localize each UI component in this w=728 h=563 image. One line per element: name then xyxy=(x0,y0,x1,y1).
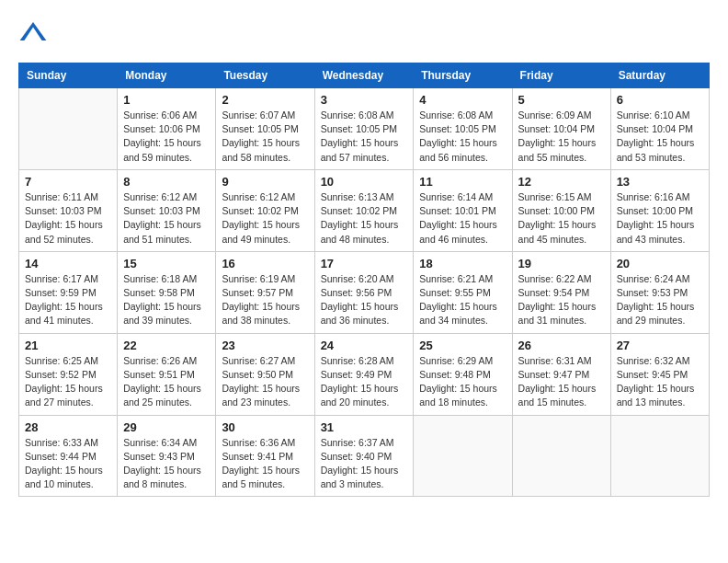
day-info: Sunrise: 6:06 AMSunset: 10:06 PMDaylight… xyxy=(123,109,210,165)
calendar-cell: 11Sunrise: 6:14 AMSunset: 10:01 PMDaylig… xyxy=(414,169,512,251)
calendar-header-wednesday: Wednesday xyxy=(314,63,414,88)
calendar-week-row-2: 7Sunrise: 6:11 AMSunset: 10:03 PMDayligh… xyxy=(19,169,710,251)
day-info: Sunrise: 6:24 AMSunset: 9:53 PMDaylight:… xyxy=(617,272,703,328)
day-number: 4 xyxy=(419,93,506,107)
day-number: 27 xyxy=(617,339,703,352)
calendar-header-row: SundayMondayTuesdayWednesdayThursdayFrid… xyxy=(19,63,710,88)
day-number: 30 xyxy=(222,420,308,434)
day-number: 10 xyxy=(321,175,408,189)
calendar-cell: 10Sunrise: 6:13 AMSunset: 10:02 PMDaylig… xyxy=(314,169,414,251)
calendar-cell: 3Sunrise: 6:08 AMSunset: 10:05 PMDayligh… xyxy=(314,88,414,170)
day-number: 19 xyxy=(518,257,605,270)
day-info: Sunrise: 6:12 AMSunset: 10:03 PMDaylight… xyxy=(123,190,210,247)
day-number: 6 xyxy=(617,93,703,107)
calendar-cell: 13Sunrise: 6:16 AMSunset: 10:00 PMDaylig… xyxy=(610,169,709,251)
calendar-cell xyxy=(512,415,610,497)
day-info: Sunrise: 6:16 AMSunset: 10:00 PMDaylight… xyxy=(617,190,703,247)
calendar-week-row-5: 28Sunrise: 6:33 AMSunset: 9:44 PMDayligh… xyxy=(19,415,710,497)
calendar-cell: 8Sunrise: 6:12 AMSunset: 10:03 PMDayligh… xyxy=(118,169,216,251)
calendar-cell: 15Sunrise: 6:18 AMSunset: 9:58 PMDayligh… xyxy=(118,251,216,333)
calendar-cell: 12Sunrise: 6:15 AMSunset: 10:00 PMDaylig… xyxy=(512,169,610,251)
calendar-cell: 1Sunrise: 6:06 AMSunset: 10:06 PMDayligh… xyxy=(118,88,216,170)
day-info: Sunrise: 6:20 AMSunset: 9:56 PMDaylight:… xyxy=(321,272,408,328)
day-number: 5 xyxy=(518,93,605,107)
calendar-cell: 4Sunrise: 6:08 AMSunset: 10:05 PMDayligh… xyxy=(414,88,512,170)
day-number: 11 xyxy=(419,175,506,189)
day-info: Sunrise: 6:34 AMSunset: 9:43 PMDaylight:… xyxy=(123,436,210,492)
calendar-table: SundayMondayTuesdayWednesdayThursdayFrid… xyxy=(18,63,710,497)
calendar-cell: 7Sunrise: 6:11 AMSunset: 10:03 PMDayligh… xyxy=(19,169,118,251)
calendar-header-tuesday: Tuesday xyxy=(216,63,314,88)
calendar-week-row-4: 21Sunrise: 6:25 AMSunset: 9:52 PMDayligh… xyxy=(19,333,710,415)
calendar-cell xyxy=(414,415,512,497)
calendar-cell: 17Sunrise: 6:20 AMSunset: 9:56 PMDayligh… xyxy=(314,251,414,333)
day-info: Sunrise: 6:31 AMSunset: 9:47 PMDaylight:… xyxy=(518,354,605,410)
day-number: 7 xyxy=(25,175,111,189)
day-number: 25 xyxy=(419,339,506,352)
day-info: Sunrise: 6:17 AMSunset: 9:59 PMDaylight:… xyxy=(25,272,111,328)
day-number: 12 xyxy=(518,175,605,189)
calendar-cell: 31Sunrise: 6:37 AMSunset: 9:40 PMDayligh… xyxy=(314,415,414,497)
calendar-cell: 22Sunrise: 6:26 AMSunset: 9:51 PMDayligh… xyxy=(118,333,216,415)
calendar-header-friday: Friday xyxy=(512,63,610,88)
day-info: Sunrise: 6:32 AMSunset: 9:45 PMDaylight:… xyxy=(617,354,703,410)
calendar-week-row-3: 14Sunrise: 6:17 AMSunset: 9:59 PMDayligh… xyxy=(19,251,710,333)
day-number: 17 xyxy=(321,257,408,270)
day-number: 29 xyxy=(123,420,210,434)
calendar-cell: 19Sunrise: 6:22 AMSunset: 9:54 PMDayligh… xyxy=(512,251,610,333)
day-info: Sunrise: 6:14 AMSunset: 10:01 PMDaylight… xyxy=(419,190,506,247)
calendar-cell xyxy=(19,88,118,170)
day-number: 8 xyxy=(123,175,210,189)
calendar-header-monday: Monday xyxy=(118,63,216,88)
day-number: 23 xyxy=(222,339,308,352)
day-number: 21 xyxy=(25,339,111,352)
calendar-header-sunday: Sunday xyxy=(19,63,118,88)
day-number: 2 xyxy=(222,93,308,107)
day-info: Sunrise: 6:09 AMSunset: 10:04 PMDaylight… xyxy=(518,109,605,165)
day-info: Sunrise: 6:08 AMSunset: 10:05 PMDaylight… xyxy=(419,109,506,165)
calendar-cell: 25Sunrise: 6:29 AMSunset: 9:48 PMDayligh… xyxy=(414,333,512,415)
day-number: 26 xyxy=(518,339,605,352)
day-number: 22 xyxy=(123,339,210,352)
day-number: 3 xyxy=(321,93,408,107)
day-info: Sunrise: 6:36 AMSunset: 9:41 PMDaylight:… xyxy=(222,436,308,492)
day-number: 14 xyxy=(25,257,111,270)
day-info: Sunrise: 6:21 AMSunset: 9:55 PMDaylight:… xyxy=(419,272,506,328)
day-info: Sunrise: 6:10 AMSunset: 10:04 PMDaylight… xyxy=(617,109,703,165)
day-number: 18 xyxy=(419,257,506,270)
day-info: Sunrise: 6:33 AMSunset: 9:44 PMDaylight:… xyxy=(25,436,111,492)
calendar-cell: 9Sunrise: 6:12 AMSunset: 10:02 PMDayligh… xyxy=(216,169,314,251)
calendar-week-row-1: 1Sunrise: 6:06 AMSunset: 10:06 PMDayligh… xyxy=(19,88,710,170)
calendar-cell: 27Sunrise: 6:32 AMSunset: 9:45 PMDayligh… xyxy=(610,333,709,415)
day-info: Sunrise: 6:11 AMSunset: 10:03 PMDaylight… xyxy=(25,190,111,247)
calendar-cell: 28Sunrise: 6:33 AMSunset: 9:44 PMDayligh… xyxy=(19,415,118,497)
calendar-cell: 29Sunrise: 6:34 AMSunset: 9:43 PMDayligh… xyxy=(118,415,216,497)
calendar-cell: 2Sunrise: 6:07 AMSunset: 10:05 PMDayligh… xyxy=(216,88,314,170)
calendar-header-saturday: Saturday xyxy=(610,63,709,88)
calendar-cell xyxy=(610,415,709,497)
day-number: 31 xyxy=(321,420,408,434)
calendar-cell: 6Sunrise: 6:10 AMSunset: 10:04 PMDayligh… xyxy=(610,88,709,170)
day-info: Sunrise: 6:25 AMSunset: 9:52 PMDaylight:… xyxy=(25,354,111,410)
day-number: 15 xyxy=(123,257,210,270)
calendar-cell: 30Sunrise: 6:36 AMSunset: 9:41 PMDayligh… xyxy=(216,415,314,497)
day-info: Sunrise: 6:15 AMSunset: 10:00 PMDaylight… xyxy=(518,190,605,247)
day-number: 20 xyxy=(617,257,703,270)
calendar-cell: 24Sunrise: 6:28 AMSunset: 9:49 PMDayligh… xyxy=(314,333,414,415)
day-info: Sunrise: 6:19 AMSunset: 9:57 PMDaylight:… xyxy=(222,272,308,328)
day-info: Sunrise: 6:37 AMSunset: 9:40 PMDaylight:… xyxy=(321,436,408,492)
day-info: Sunrise: 6:28 AMSunset: 9:49 PMDaylight:… xyxy=(321,354,408,410)
calendar-cell: 18Sunrise: 6:21 AMSunset: 9:55 PMDayligh… xyxy=(414,251,512,333)
day-info: Sunrise: 6:26 AMSunset: 9:51 PMDaylight:… xyxy=(123,354,210,410)
calendar-cell: 14Sunrise: 6:17 AMSunset: 9:59 PMDayligh… xyxy=(19,251,118,333)
day-info: Sunrise: 6:07 AMSunset: 10:05 PMDaylight… xyxy=(222,109,308,165)
calendar-cell: 23Sunrise: 6:27 AMSunset: 9:50 PMDayligh… xyxy=(216,333,314,415)
calendar-cell: 26Sunrise: 6:31 AMSunset: 9:47 PMDayligh… xyxy=(512,333,610,415)
day-number: 1 xyxy=(123,93,210,107)
day-number: 13 xyxy=(617,175,703,189)
calendar-cell: 5Sunrise: 6:09 AMSunset: 10:04 PMDayligh… xyxy=(512,88,610,170)
day-number: 28 xyxy=(25,420,111,434)
day-info: Sunrise: 6:29 AMSunset: 9:48 PMDaylight:… xyxy=(419,354,506,410)
day-info: Sunrise: 6:27 AMSunset: 9:50 PMDaylight:… xyxy=(222,354,308,410)
day-info: Sunrise: 6:13 AMSunset: 10:02 PMDaylight… xyxy=(321,190,408,247)
